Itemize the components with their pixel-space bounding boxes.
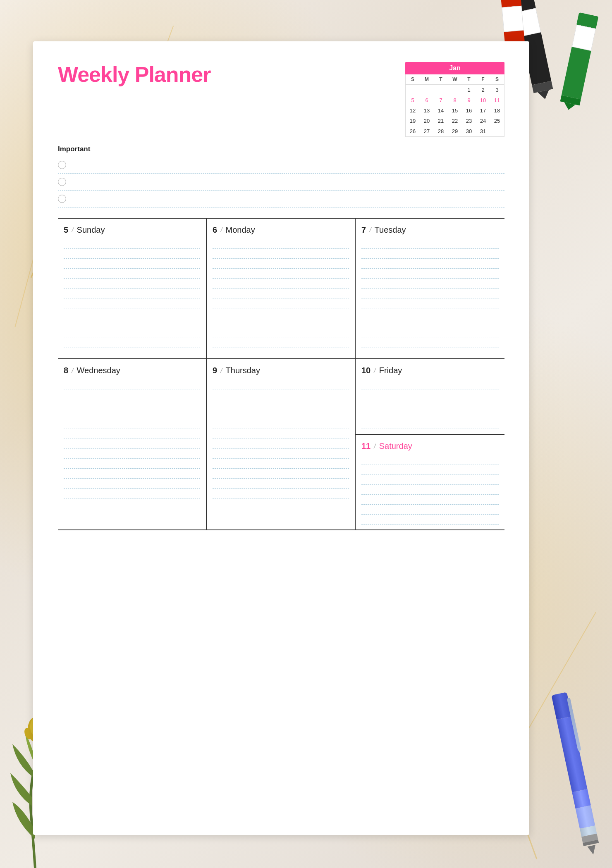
sunday-name: Sunday <box>77 225 105 235</box>
line[interactable] <box>361 269 499 279</box>
line[interactable] <box>64 249 200 259</box>
line[interactable] <box>213 289 349 298</box>
line[interactable] <box>361 399 499 409</box>
line[interactable] <box>361 279 499 289</box>
line[interactable] <box>64 289 200 298</box>
line[interactable] <box>64 429 200 439</box>
friday-header: 10 / Friday <box>361 366 499 375</box>
line[interactable] <box>361 465 499 475</box>
day-cell-friday: 10 / Friday <box>356 359 504 435</box>
line[interactable] <box>213 328 349 338</box>
line[interactable] <box>213 449 349 459</box>
important-item-2 <box>58 174 504 191</box>
line[interactable] <box>213 389 349 399</box>
cal-week-2: 5 6 7 8 9 10 11 <box>406 95 504 105</box>
wednesday-number: 8 <box>64 366 68 375</box>
line[interactable] <box>213 318 349 328</box>
line[interactable] <box>213 479 349 489</box>
tuesday-slash: / <box>369 227 371 234</box>
wednesday-slash: / <box>72 367 73 374</box>
cal-week-5: 26 27 28 29 30 31 <box>406 126 504 136</box>
cal-header-mon: M <box>420 74 434 85</box>
line[interactable] <box>213 239 349 249</box>
line[interactable] <box>361 505 499 515</box>
thursday-name: Thursday <box>226 366 260 375</box>
line[interactable] <box>64 419 200 429</box>
line[interactable] <box>64 298 200 308</box>
line[interactable] <box>64 479 200 489</box>
calendar-grid: S M T W T F S 1 2 3 <box>405 74 504 137</box>
line[interactable] <box>213 459 349 469</box>
line[interactable] <box>213 269 349 279</box>
line[interactable] <box>361 379 499 389</box>
line[interactable] <box>64 459 200 469</box>
line[interactable] <box>64 269 200 279</box>
checkbox-1[interactable] <box>58 161 66 169</box>
line[interactable] <box>64 279 200 289</box>
line[interactable] <box>213 379 349 389</box>
planner-header: Weekly Planner Jan S M T W T F S <box>58 62 504 137</box>
thursday-slash: / <box>220 367 222 374</box>
line[interactable] <box>64 469 200 479</box>
line[interactable] <box>213 308 349 318</box>
line[interactable] <box>213 298 349 308</box>
checkbox-3[interactable] <box>58 195 66 203</box>
line[interactable] <box>213 249 349 259</box>
line[interactable] <box>64 239 200 249</box>
line[interactable] <box>64 379 200 389</box>
saturday-slash: / <box>374 443 375 450</box>
checkbox-2[interactable] <box>58 178 66 186</box>
line[interactable] <box>361 389 499 399</box>
line[interactable] <box>213 409 349 419</box>
line[interactable] <box>64 328 200 338</box>
day-cell-wednesday: 8 / Wednesday <box>58 359 207 530</box>
line[interactable] <box>64 259 200 269</box>
line[interactable] <box>361 455 499 465</box>
line[interactable] <box>361 259 499 269</box>
line[interactable] <box>361 515 499 525</box>
line[interactable] <box>64 439 200 449</box>
planner-paper: Weekly Planner Jan S M T W T F S <box>33 41 529 835</box>
line[interactable] <box>361 239 499 249</box>
line[interactable] <box>361 249 499 259</box>
line[interactable] <box>361 338 499 348</box>
friday-number: 10 <box>361 366 371 375</box>
line[interactable] <box>213 419 349 429</box>
line[interactable] <box>64 489 200 498</box>
line[interactable] <box>213 259 349 269</box>
green-marker <box>559 12 599 110</box>
line[interactable] <box>361 419 499 429</box>
line[interactable] <box>64 318 200 328</box>
line[interactable] <box>213 489 349 498</box>
monday-header: 6 / Monday <box>213 225 349 235</box>
line[interactable] <box>361 308 499 318</box>
line[interactable] <box>64 409 200 419</box>
line[interactable] <box>213 429 349 439</box>
saturday-lines <box>361 455 499 525</box>
tuesday-header: 7 / Tuesday <box>361 225 499 235</box>
line[interactable] <box>64 449 200 459</box>
line[interactable] <box>64 399 200 409</box>
line[interactable] <box>361 475 499 485</box>
line[interactable] <box>213 279 349 289</box>
line[interactable] <box>361 409 499 419</box>
line[interactable] <box>64 308 200 318</box>
line[interactable] <box>213 399 349 409</box>
line[interactable] <box>361 328 499 338</box>
cal-header-tue: T <box>434 74 448 85</box>
line[interactable] <box>361 298 499 308</box>
line[interactable] <box>64 338 200 348</box>
line[interactable] <box>361 495 499 505</box>
line[interactable] <box>64 389 200 399</box>
line[interactable] <box>213 338 349 348</box>
cal-week-1: 1 2 3 <box>406 85 504 95</box>
day-cell-sunday: 5 / Sunday <box>58 219 207 359</box>
line[interactable] <box>361 485 499 495</box>
tuesday-number: 7 <box>361 225 366 235</box>
friday-lines <box>361 379 499 429</box>
line[interactable] <box>213 469 349 479</box>
line[interactable] <box>213 439 349 449</box>
line[interactable] <box>361 289 499 298</box>
wednesday-name: Wednesday <box>77 366 120 375</box>
line[interactable] <box>361 318 499 328</box>
